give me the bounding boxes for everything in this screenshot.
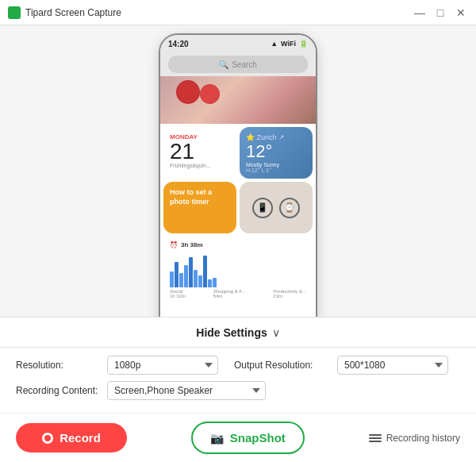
weather-temp: 12° xyxy=(246,141,306,162)
title-bar: Tipard Screen Capture — □ ✕ xyxy=(0,0,476,25)
phone-search-bar[interactable]: 🔍 Search xyxy=(168,56,308,73)
camera-icon: 📷 xyxy=(210,432,224,445)
recording-history-button[interactable]: Recording history xyxy=(369,433,460,444)
phone-frame: 14:20 ▲ WiFi 🔋 🔍 Search xyxy=(159,33,317,317)
screentime-widget: ⏰ 3h 38m Social1h 32m Sh xyxy=(163,237,313,303)
minimize-button[interactable]: — xyxy=(413,6,427,20)
title-bar-left: Tipard Screen Capture xyxy=(8,6,121,19)
photo-timer-widget: How to set a photo timer xyxy=(163,182,236,233)
app-title: Tipard Screen Capture xyxy=(25,7,121,18)
settings-area: Resolution: 1080p Output Resolution: 500… xyxy=(0,347,476,413)
search-text: Search xyxy=(232,60,257,69)
phone-hero-image xyxy=(160,76,316,124)
calendar-subtitle: Frühlingsäquin... xyxy=(170,163,230,168)
close-button[interactable]: ✕ xyxy=(454,6,468,20)
title-bar-controls: — □ ✕ xyxy=(413,6,468,20)
photo-timer-text: How to set a photo timer xyxy=(170,188,212,206)
chart-bar-8 xyxy=(203,256,207,287)
chart-bar-1 xyxy=(170,271,174,287)
app-icon xyxy=(8,6,21,19)
chart-bar-5 xyxy=(189,257,193,287)
recording-content-row: Recording Content: Screen,Phone Speaker xyxy=(16,381,460,400)
history-label: Recording history xyxy=(386,433,460,444)
recording-content-label: Recording Content: xyxy=(16,385,99,396)
snapshot-label: SnapShot xyxy=(230,431,286,445)
record-label: Record xyxy=(60,431,101,445)
bottom-actions: Record 📷 SnapShot Recording history xyxy=(0,413,476,462)
chart-label-shopping: Shopping & F...54m xyxy=(213,289,246,298)
chart-bar-9 xyxy=(208,279,212,287)
wifi-icon: WiFi xyxy=(281,40,296,48)
screentime-labels: Social1h 32m Shopping & F...54m Producti… xyxy=(170,289,306,298)
resolution-row: Resolution: 1080p Output Resolution: 500… xyxy=(16,356,460,375)
hide-settings-label: Hide Settings xyxy=(196,326,267,339)
signal-icon: ▲ xyxy=(271,40,278,48)
screentime-chart xyxy=(170,252,306,287)
screentime-header: ⏰ 3h 38m xyxy=(170,241,306,248)
controls-widget: 📱 ⌚ xyxy=(240,182,313,233)
phone-status-bar: 14:20 ▲ WiFi 🔋 xyxy=(160,35,316,52)
chart-bar-2 xyxy=(175,262,178,287)
chart-bar-3 xyxy=(179,273,183,287)
maximize-button[interactable]: □ xyxy=(433,6,447,20)
chart-bar-7 xyxy=(198,275,202,287)
control-btn-2: ⌚ xyxy=(279,198,300,218)
phone-preview-area: 14:20 ▲ WiFi 🔋 🔍 Search xyxy=(0,25,476,317)
weather-hi-lo: H:12° L:1° xyxy=(246,167,306,173)
output-resolution-label: Output Resolution: xyxy=(234,360,329,371)
record-dot-icon xyxy=(42,433,53,444)
chart-label-social: Social1h 32m xyxy=(170,289,186,298)
calendar-widget: MONDAY 21 Frühlingsäquin... xyxy=(163,127,236,179)
resolution-label: Resolution: xyxy=(16,360,99,371)
main-content: 14:20 ▲ WiFi 🔋 🔍 Search xyxy=(0,25,476,462)
widgets-area: MONDAY 21 Frühlingsäquin... ⭐ Zurich ↗ 1… xyxy=(160,124,316,237)
hamburger-icon xyxy=(369,434,382,442)
calendar-day-number: 21 xyxy=(170,141,230,163)
chevron-down-icon: ∨ xyxy=(272,326,280,339)
record-button[interactable]: Record xyxy=(16,423,127,452)
control-btn-1: 📱 xyxy=(252,198,273,218)
resolution-select[interactable]: 1080p xyxy=(107,356,218,375)
status-right: ▲ WiFi 🔋 xyxy=(271,40,308,48)
chart-bar-10 xyxy=(213,278,217,287)
output-resolution-select[interactable]: 500*1080 xyxy=(337,356,448,375)
weather-widget: ⭐ Zurich ↗ 12° Mostly Sunny H:12° L:1° xyxy=(240,127,313,179)
recording-content-select[interactable]: Screen,Phone Speaker xyxy=(107,381,266,400)
phone-time: 14:20 xyxy=(168,40,189,48)
chart-bar-4 xyxy=(184,265,188,287)
search-icon: 🔍 xyxy=(219,60,228,69)
weather-condition: Mostly Sunny xyxy=(246,162,306,167)
chart-label-productivity: Productivity &...23m xyxy=(273,289,306,298)
snapshot-button[interactable]: 📷 SnapShot xyxy=(191,422,305,454)
phone-search-area: 🔍 Search xyxy=(160,52,316,76)
hide-settings-bar[interactable]: Hide Settings ∨ xyxy=(0,317,476,347)
chart-bar-6 xyxy=(194,270,198,287)
screentime-total: 3h 38m xyxy=(181,241,203,248)
screentime-clock-icon: ⏰ xyxy=(170,241,178,248)
battery-icon: 🔋 xyxy=(299,40,308,48)
